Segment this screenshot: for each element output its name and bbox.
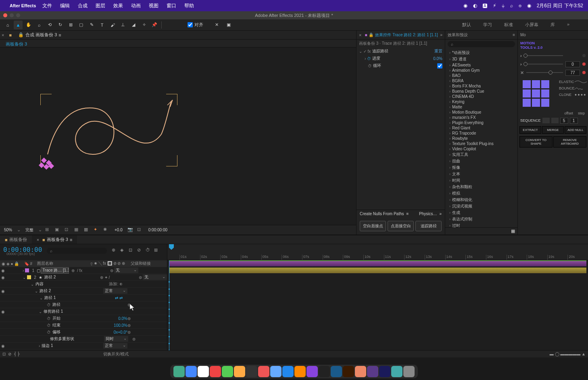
nulls-btn-2[interactable]: 点后接空白 <box>388 221 414 231</box>
trim-offset-value[interactable]: 0x+0.0° <box>112 330 127 334</box>
menu-composition[interactable]: 合成 <box>78 2 88 9</box>
tl-footer-icon-2[interactable]: ⊘ <box>8 352 11 356</box>
fx-more[interactable]: » <box>440 33 442 37</box>
channel-icon[interactable]: ▦ <box>74 227 81 233</box>
tl-icon-3[interactable]: ⊡ <box>129 247 136 255</box>
snap-check-input[interactable] <box>188 22 193 27</box>
menu-edit[interactable]: 编辑 <box>60 2 70 9</box>
preset-item[interactable]: Matte <box>447 104 516 110</box>
extract-button[interactable]: EXTRACT <box>519 126 541 134</box>
preset-item[interactable]: Texture Toolkit Plug-ins <box>447 141 516 146</box>
rotate-tool[interactable]: ↻ <box>56 21 65 29</box>
mask-icon[interactable]: ▣ <box>55 227 61 233</box>
region-icon[interactable]: ⊡ <box>137 227 144 233</box>
time-ruler[interactable]: 01s02s03s04s05s06s07s08s09s10s11s12s13s1… <box>167 255 588 260</box>
slider-prev-icon[interactable]: › <box>520 62 522 66</box>
menu-help[interactable]: 帮助 <box>184 2 194 9</box>
layer1-parent[interactable]: 无 <box>114 268 138 273</box>
nulls-more[interactable]: » <box>439 212 442 216</box>
dock-app[interactable] <box>234 366 245 377</box>
preset-item[interactable]: 表达式控制 <box>447 216 516 222</box>
dock-app[interactable] <box>270 366 281 377</box>
comp-panel-tab[interactable]: 🔒 合成 画板备份 3 ≡ <box>15 31 65 39</box>
slider-prev-icon[interactable]: › <box>520 53 522 58</box>
minimize-window[interactable] <box>10 13 14 17</box>
path2-mode[interactable]: 正常 <box>103 288 127 294</box>
snap-checkbox[interactable]: 对齐 <box>188 22 203 28</box>
pen-tool[interactable]: ✎ <box>87 21 96 29</box>
workspace-small[interactable]: 小屏幕 <box>525 22 538 28</box>
preset-item[interactable]: Buena Depth Cue <box>447 89 516 94</box>
menu-layer[interactable]: 图层 <box>96 2 105 9</box>
physics-label[interactable]: Physics… <box>419 212 437 216</box>
zoom-tool[interactable]: ⌕ <box>35 21 44 29</box>
anchor-tool[interactable]: ⊞ <box>66 21 75 29</box>
seq-step[interactable]: 1 <box>570 118 578 124</box>
preset-item[interactable]: muraoin's FX <box>447 115 516 120</box>
orbit-tool[interactable]: ⟲ <box>45 21 54 29</box>
timeline-tracks[interactable] <box>167 260 588 350</box>
fx-reset[interactable]: 重置 <box>434 48 442 54</box>
add-contents-button[interactable]: ⊕ <box>119 282 123 286</box>
snap-option-2[interactable]: ▣ <box>224 21 233 29</box>
toggle-switches[interactable]: 切换开关/模式 <box>103 351 129 357</box>
snap-option-1[interactable]: ✕ <box>212 21 221 29</box>
preset-item[interactable]: RG Trapcode <box>447 131 516 136</box>
tl-footer-icon-1[interactable]: ⊡ <box>2 352 6 356</box>
slider-2-value[interactable]: 0 <box>565 61 580 67</box>
preset-item[interactable]: BAO <box>447 73 516 78</box>
preset-item[interactable]: 模拟 <box>447 190 516 197</box>
app-name[interactable]: After Effects <box>10 3 36 8</box>
preset-item[interactable]: 时间 <box>447 177 516 184</box>
dock-app[interactable] <box>379 366 390 377</box>
tl-icon-4[interactable]: ⊘ <box>137 247 144 255</box>
composition-viewer[interactable] <box>0 48 356 225</box>
preset-item[interactable]: 过时 <box>447 222 516 227</box>
dock-app[interactable] <box>173 366 185 377</box>
nulls-btn-3[interactable]: 追踪路径 <box>415 221 442 231</box>
menu-animation[interactable]: 动画 <box>131 2 141 9</box>
workspace-library[interactable]: 库 <box>550 22 555 28</box>
fx-progress-value[interactable]: 0.0% <box>433 56 442 61</box>
trim-multi-dropdown[interactable]: 同时 <box>104 336 128 342</box>
fx-prop-loop[interactable]: 循环 <box>373 63 437 69</box>
siri-icon[interactable]: ◉ <box>527 3 531 8</box>
exposure-value[interactable]: +0.0 <box>113 228 124 232</box>
seq-mode-2[interactable] <box>551 118 559 123</box>
merge-button[interactable]: MERGE <box>542 126 564 134</box>
viewer-timecode[interactable]: 0:00:00:00 <box>147 228 169 232</box>
anchor-grid[interactable] <box>520 79 552 108</box>
presets-search[interactable]: ⌕ <box>448 41 515 47</box>
layer-row-2[interactable]: ◉ ⌄ 2 ★ 路径 2 ⊕ ✦ / ⊚ 无 <box>0 274 167 281</box>
dock-app[interactable] <box>355 366 366 377</box>
rect-tool[interactable]: ▢ <box>77 21 85 29</box>
preset-item[interactable]: Boris FX Mocha <box>447 83 516 89</box>
workspace-standard[interactable]: 标准 <box>504 22 513 28</box>
preset-item[interactable]: 3D 通道 <box>447 56 516 62</box>
dock-app[interactable] <box>343 366 354 377</box>
grid-icon[interactable]: ⊡ <box>65 227 71 233</box>
wifi-icon[interactable]: ⏚ <box>502 3 505 8</box>
preset-item[interactable]: 模糊和锐化 <box>447 197 516 203</box>
preset-item[interactable]: AESweets <box>447 62 516 68</box>
text-tool[interactable]: T <box>98 21 106 29</box>
preset-item[interactable]: *动画预设 <box>447 50 516 56</box>
dock-app[interactable] <box>403 366 415 377</box>
battery-icon[interactable]: ⚡︎ <box>493 3 496 8</box>
timeline-tab-1[interactable]: ■画板备份 <box>0 235 32 244</box>
dock-app[interactable] <box>331 366 342 377</box>
nulls-btn-1[interactable]: 空白后接点 <box>360 221 386 231</box>
preset-item[interactable]: 实用工具 <box>447 152 516 158</box>
dock-app[interactable] <box>367 366 378 377</box>
timeline-tab-2[interactable]: ×■画板备份 3 ≡ <box>32 235 77 244</box>
preset-item[interactable]: 杂色和颗粒 <box>447 184 516 190</box>
stamp-tool[interactable]: ⊥ <box>119 21 127 29</box>
close-panel[interactable]: × <box>2 33 4 37</box>
preset-item[interactable]: Motion Boutique <box>447 110 516 115</box>
menu-effect[interactable]: 效果 <box>113 2 123 9</box>
preset-item[interactable]: Plugin Everything <box>447 120 516 125</box>
dock-app[interactable] <box>258 366 269 377</box>
trim-end-value[interactable]: 100.0% <box>112 323 127 328</box>
tl-icon-5[interactable]: ⏱ <box>146 247 153 255</box>
eraser-tool[interactable]: ◢ <box>129 21 138 29</box>
